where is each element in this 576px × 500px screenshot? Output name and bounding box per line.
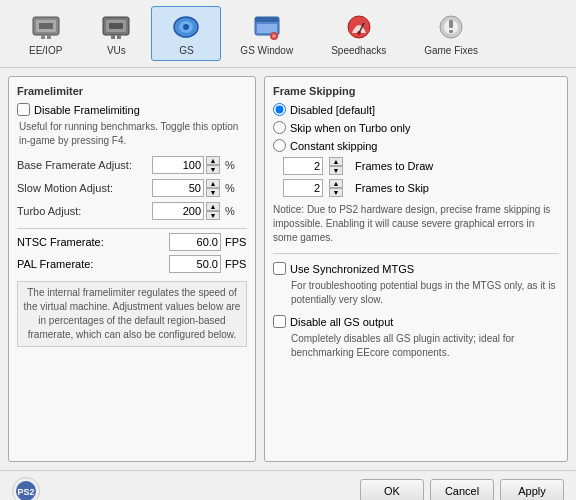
turbo-down[interactable]: ▼	[206, 211, 220, 220]
base-framerate-spin: ▲ ▼	[206, 156, 220, 174]
pal-input[interactable]	[169, 255, 221, 273]
slow-motion-label: Slow Motion Adjust:	[17, 182, 152, 194]
base-framerate-label: Base Framerate Adjust:	[17, 159, 152, 171]
radio-disabled[interactable]	[273, 103, 286, 116]
base-framerate-input[interactable]	[152, 156, 204, 174]
svg-rect-8	[111, 35, 115, 39]
footer-logo-area: PS2	[12, 477, 354, 501]
framelimiter-panel: Framelimiter Disable Framelimiting Usefu…	[8, 76, 256, 462]
toolbar-eeiop[interactable]: EE/IOP	[10, 6, 81, 61]
app-logo: PS2	[12, 477, 40, 501]
disable-framelimiting-row: Disable Framelimiting	[17, 103, 247, 116]
turbo-input[interactable]	[152, 202, 204, 220]
toolbar-gamefixes[interactable]: Game Fixes	[405, 6, 497, 61]
cancel-button[interactable]: Cancel	[430, 479, 494, 501]
frames-skip-label: Frames to Skip	[355, 182, 429, 194]
frames-skip-down[interactable]: ▼	[329, 188, 343, 197]
svg-rect-3	[41, 35, 45, 39]
slow-motion-input[interactable]	[152, 179, 204, 197]
mtgs-checkbox[interactable]	[273, 262, 286, 275]
gsout-hint: Completely disables all GS plugin activi…	[291, 332, 559, 360]
slow-motion-unit: %	[225, 182, 247, 194]
pal-unit: FPS	[225, 258, 247, 270]
svg-rect-9	[117, 35, 121, 39]
radio-turbo-row: Skip when on Turbo only	[273, 121, 559, 134]
base-framerate-row: Base Framerate Adjust: ▲ ▼ %	[17, 156, 247, 174]
svg-point-12	[183, 24, 189, 30]
gamefixes-label: Game Fixes	[424, 45, 478, 56]
speedhacks-label: Speedhacks	[331, 45, 386, 56]
svg-rect-14	[255, 17, 279, 22]
radio-turbo[interactable]	[273, 121, 286, 134]
slow-motion-input-wrap: ▲ ▼ %	[152, 179, 247, 197]
base-framerate-up[interactable]: ▲	[206, 156, 220, 165]
svg-point-17	[272, 34, 276, 38]
frames-draw-row: ▲ ▼ Frames to Draw	[283, 157, 559, 175]
radio-turbo-label: Skip when on Turbo only	[290, 122, 410, 134]
mtgs-row: Use Synchronized MTGS	[273, 262, 559, 275]
gsout-label: Disable all GS output	[290, 316, 393, 328]
toolbar-speedhacks[interactable]: Speedhacks	[312, 6, 405, 61]
ntsc-label: NTSC Framerate:	[17, 236, 169, 248]
pal-row: PAL Framerate: FPS	[17, 255, 247, 273]
base-framerate-down[interactable]: ▼	[206, 165, 220, 174]
svg-rect-2	[39, 23, 53, 29]
svg-rect-24	[449, 30, 453, 33]
svg-text:PS2: PS2	[17, 487, 34, 497]
eeiop-icon	[30, 11, 62, 43]
gsout-row: Disable all GS output	[273, 315, 559, 328]
vus-label: VUs	[107, 45, 126, 56]
turbo-label: Turbo Adjust:	[17, 205, 152, 217]
base-framerate-input-wrap: ▲ ▼ %	[152, 156, 247, 174]
radio-constant-label: Constant skipping	[290, 140, 377, 152]
radio-disabled-row: Disabled [default]	[273, 103, 559, 116]
frames-skip-up[interactable]: ▲	[329, 179, 343, 188]
svg-rect-7	[109, 23, 123, 29]
turbo-row: Turbo Adjust: ▲ ▼ %	[17, 202, 247, 220]
frames-draw-input[interactable]	[283, 157, 323, 175]
toolbar-gs[interactable]: GS	[151, 6, 221, 61]
framelimiter-hint: Useful for running benchmarks. Toggle th…	[19, 120, 247, 148]
slow-motion-down[interactable]: ▼	[206, 188, 220, 197]
svg-rect-23	[449, 20, 453, 28]
slow-motion-spin: ▲ ▼	[206, 179, 220, 197]
disable-framelimiting-checkbox[interactable]	[17, 103, 30, 116]
mtgs-label: Use Synchronized MTGS	[290, 263, 414, 275]
main-content: Framelimiter Disable Framelimiting Usefu…	[0, 68, 576, 470]
frames-draw-spin: ▲ ▼	[329, 157, 343, 175]
gs-icon	[170, 11, 202, 43]
gswindow-icon	[251, 11, 283, 43]
radio-disabled-label: Disabled [default]	[290, 104, 375, 116]
apply-button[interactable]: Apply	[500, 479, 564, 501]
footer: PS2 OK Cancel Apply	[0, 470, 576, 500]
frameskipping-notice: Notice: Due to PS2 hardware design, prec…	[273, 203, 559, 245]
slow-motion-up[interactable]: ▲	[206, 179, 220, 188]
ntsc-row: NTSC Framerate: FPS	[17, 233, 247, 251]
eeiop-label: EE/IOP	[29, 45, 62, 56]
framelimiter-title: Framelimiter	[17, 85, 247, 97]
frames-section: ▲ ▼ Frames to Draw ▲ ▼ Frames to Skip	[283, 157, 559, 197]
frames-draw-down[interactable]: ▼	[329, 166, 343, 175]
gsout-checkbox[interactable]	[273, 315, 286, 328]
svg-rect-4	[47, 35, 51, 39]
frameskipping-title: Frame Skipping	[273, 85, 559, 97]
slow-motion-row: Slow Motion Adjust: ▲ ▼ %	[17, 179, 247, 197]
toolbar-vus[interactable]: VUs	[81, 6, 151, 61]
gswindow-label: GS Window	[240, 45, 293, 56]
turbo-input-wrap: ▲ ▼ %	[152, 202, 247, 220]
toolbar-gswindow[interactable]: GS Window	[221, 6, 312, 61]
gamefixes-icon	[435, 11, 467, 43]
ntsc-input[interactable]	[169, 233, 221, 251]
frames-draw-label: Frames to Draw	[355, 160, 433, 172]
frameskipping-panel: Frame Skipping Disabled [default] Skip w…	[264, 76, 568, 462]
turbo-up[interactable]: ▲	[206, 202, 220, 211]
ntsc-unit: FPS	[225, 236, 247, 248]
pal-label: PAL Framerate:	[17, 258, 169, 270]
frames-skip-input[interactable]	[283, 179, 323, 197]
gs-label: GS	[179, 45, 193, 56]
radio-constant-row: Constant skipping	[273, 139, 559, 152]
svg-rect-15	[257, 24, 277, 33]
frames-draw-up[interactable]: ▲	[329, 157, 343, 166]
radio-constant[interactable]	[273, 139, 286, 152]
ok-button[interactable]: OK	[360, 479, 424, 501]
